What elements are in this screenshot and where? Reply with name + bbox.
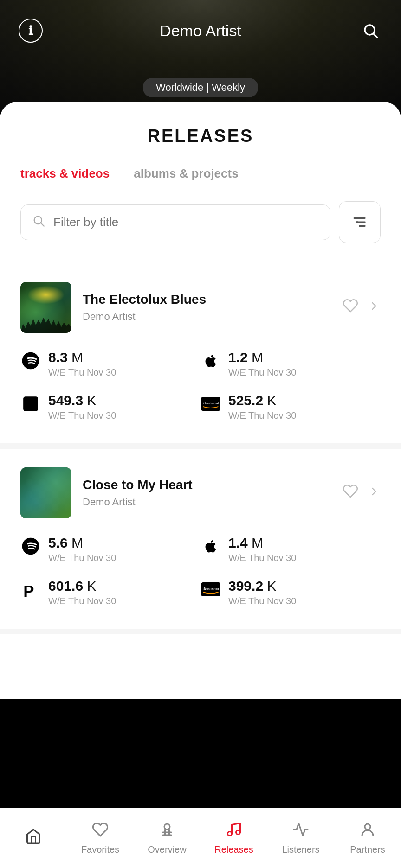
listeners-icon	[292, 821, 309, 842]
amazon-unlimited-icon: a unlimited	[200, 579, 221, 600]
filter-pill[interactable]: Worldwide | Weekly	[143, 78, 258, 97]
track-header: The Electolux Blues Demo Artist	[20, 282, 381, 333]
search-icon[interactable]	[358, 19, 382, 43]
svg-point-7	[354, 217, 356, 219]
stat-date: W/E Thu Nov 30	[48, 410, 116, 421]
nav-item-home[interactable]	[0, 828, 67, 849]
track-info-1: The Electolux Blues Demo Artist	[83, 292, 331, 323]
svg-line-1	[374, 34, 377, 38]
track-title-1: The Electolux Blues	[83, 292, 331, 307]
stat-date: W/E Thu Nov 30	[48, 367, 116, 378]
svg-text:unlimited: unlimited	[206, 587, 219, 590]
svg-point-28	[365, 824, 370, 830]
stat-text: 8.3 M W/E Thu Nov 30	[48, 350, 116, 378]
pandora-icon: P	[20, 579, 41, 600]
stat-item: P 549.3 K W/E Thu Nov 30	[20, 393, 200, 421]
artist-name: Demo Artist	[43, 22, 358, 40]
stat-text: 601.6 K W/E Thu Nov 30	[48, 578, 116, 606]
stat-item: 1.2 M W/E Thu Nov 30	[200, 350, 381, 378]
spotify-icon	[20, 351, 41, 371]
stat-text: 549.3 K W/E Thu Nov 30	[48, 393, 116, 421]
favorite-icon-1[interactable]	[343, 298, 358, 317]
stat-date: W/E Thu Nov 30	[228, 367, 296, 378]
track-card: The Electolux Blues Demo Artist	[0, 263, 401, 449]
svg-text:a: a	[203, 401, 206, 405]
svg-line-3	[41, 223, 44, 226]
stat-item: a unlimited 525.2 K W/E Thu Nov 30	[200, 393, 381, 421]
search-input-wrap	[20, 204, 330, 240]
track-thumbnail-2	[20, 467, 71, 518]
svg-text:unlimited: unlimited	[206, 402, 219, 405]
nav-label-listeners: Listeners	[282, 844, 319, 855]
info-icon[interactable]: ℹ	[19, 19, 43, 43]
stat-date: W/E Thu Nov 30	[48, 553, 116, 563]
search-icon-inner	[32, 214, 45, 230]
track-artist-1: Demo Artist	[83, 311, 331, 323]
pandora-icon: P	[20, 394, 41, 414]
nav-label-partners: Partners	[350, 844, 385, 855]
stats-grid-2: 5.6 M W/E Thu Nov 30 1.4 M W/E Thu Nov 3…	[20, 535, 381, 606]
heart-outline-icon	[92, 821, 109, 842]
overview-icon	[159, 821, 175, 842]
svg-point-10	[22, 352, 39, 370]
nav-label-favorites: Favorites	[81, 844, 119, 855]
stat-item: 5.6 M W/E Thu Nov 30	[20, 535, 200, 563]
favorite-icon-2[interactable]	[343, 483, 358, 503]
svg-point-8	[356, 221, 358, 223]
stat-text: 399.2 K W/E Thu Nov 30	[228, 578, 296, 606]
spotify-icon	[20, 536, 41, 556]
svg-text:P: P	[23, 582, 34, 598]
svg-point-16	[22, 538, 39, 555]
track-actions-2	[343, 483, 381, 503]
tab-albums-projects[interactable]: albums & projects	[134, 163, 238, 185]
stat-text: 1.4 M W/E Thu Nov 30	[228, 535, 296, 563]
stat-value: 5.6 M	[48, 535, 116, 551]
stat-date: W/E Thu Nov 30	[228, 410, 296, 421]
stat-value: 549.3 K	[48, 393, 116, 408]
home-icon	[25, 828, 42, 849]
stat-date: W/E Thu Nov 30	[228, 553, 296, 563]
stat-date: W/E Thu Nov 30	[48, 596, 116, 606]
svg-point-21	[164, 824, 170, 830]
amazon-unlimited-icon: a unlimited	[200, 394, 221, 414]
nav-label-overview: Overview	[148, 844, 186, 855]
tabs-row: tracks & videos albums & projects	[0, 163, 401, 185]
releases-icon	[226, 821, 242, 842]
stat-value: 601.6 K	[48, 578, 116, 594]
search-input[interactable]	[53, 215, 319, 230]
tab-tracks-videos[interactable]: tracks & videos	[20, 163, 110, 185]
stat-item: a unlimited 399.2 K W/E Thu Nov 30	[200, 578, 381, 606]
partners-icon	[359, 821, 376, 842]
stat-value: 1.2 M	[228, 350, 296, 365]
nav-item-favorites[interactable]: Favorites	[67, 821, 134, 855]
track-thumbnail-1	[20, 282, 71, 333]
nav-label-releases: Releases	[214, 844, 253, 855]
svg-text:P: P	[26, 398, 34, 411]
svg-text:a: a	[203, 586, 206, 591]
track-info-2: Close to My Heart Demo Artist	[83, 478, 331, 508]
track-actions-1	[343, 298, 381, 317]
stat-value: 1.4 M	[228, 535, 296, 551]
nav-item-overview[interactable]: Overview	[134, 821, 200, 855]
stats-grid-1: 8.3 M W/E Thu Nov 30 1.2 M W/E Thu Nov 3…	[20, 350, 381, 421]
stat-date: W/E Thu Nov 30	[228, 596, 296, 606]
track-header: Close to My Heart Demo Artist	[20, 467, 381, 518]
stat-text: 525.2 K W/E Thu Nov 30	[228, 393, 296, 421]
search-row	[0, 201, 401, 243]
stat-item: 1.4 M W/E Thu Nov 30	[200, 535, 381, 563]
nav-item-partners[interactable]: Partners	[334, 821, 401, 855]
svg-point-9	[359, 225, 361, 227]
svg-point-26	[228, 832, 232, 836]
chevron-right-icon-1[interactable]	[368, 300, 381, 316]
track-card: Close to My Heart Demo Artist	[0, 449, 401, 634]
track-title-2: Close to My Heart	[83, 478, 331, 492]
svg-point-27	[236, 830, 240, 835]
nav-item-listeners[interactable]: Listeners	[267, 821, 334, 855]
chevron-right-icon-2[interactable]	[368, 485, 381, 501]
stat-item: P 601.6 K W/E Thu Nov 30	[20, 578, 200, 606]
hero-top-bar: ℹ Demo Artist	[0, 19, 401, 43]
nav-item-releases[interactable]: Releases	[200, 821, 267, 855]
main-card: RELEASES tracks & videos albums & projec…	[0, 102, 401, 699]
filter-button[interactable]	[339, 201, 381, 243]
hero-section: ℹ Demo Artist Worldwide | Weekly	[0, 0, 401, 111]
